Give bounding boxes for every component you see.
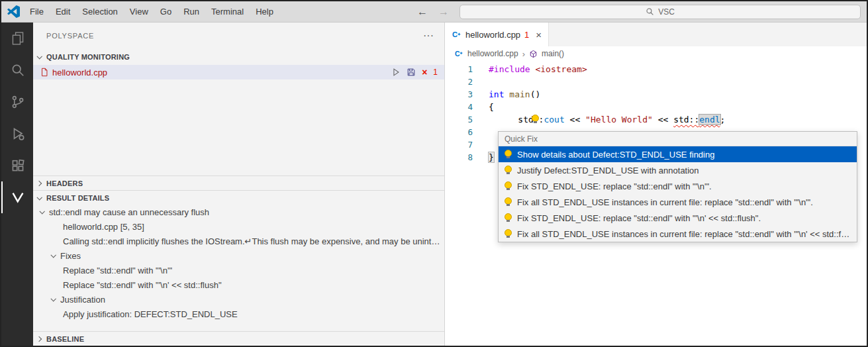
section-label: BASELINE bbox=[46, 335, 84, 343]
menu-terminal[interactable]: Terminal bbox=[205, 7, 250, 17]
cpp-file-icon: C bbox=[454, 49, 463, 58]
cpp-file-icon: C bbox=[452, 30, 461, 40]
quickfix-label: Fix STD_ENDL_USE: replace "std::endl" wi… bbox=[517, 181, 712, 191]
close-icon[interactable]: × bbox=[536, 29, 542, 40]
code-line-5[interactable]: 5 std::cout << "Hello World" << std::end… bbox=[445, 113, 867, 126]
menu-view[interactable]: View bbox=[124, 7, 154, 17]
chevron-down-icon bbox=[39, 209, 44, 214]
section-quality-monitoring[interactable]: QUALITY MONITORING bbox=[33, 49, 444, 65]
chevron-down-icon bbox=[50, 252, 56, 258]
menu-go[interactable]: Go bbox=[154, 7, 177, 17]
source-control-icon[interactable] bbox=[1, 86, 33, 118]
quickfix-label: Fix all STD_ENDL_USE instances in curren… bbox=[517, 197, 813, 207]
quickfix-label: Justify Defect:STD_ENDL_USE with annotat… bbox=[517, 166, 699, 175]
run-analysis-icon[interactable] bbox=[391, 68, 401, 77]
breadcrumb-symbol[interactable]: main() bbox=[542, 49, 564, 58]
close-icon[interactable]: × bbox=[422, 68, 427, 77]
code-line-1[interactable]: 1#include <iostream> bbox=[445, 63, 867, 75]
editor-body[interactable]: 1#include <iostream>23int main()4{5 std:… bbox=[445, 61, 867, 346]
tree-label: Replace "std::endl" with "'\n' << std::f… bbox=[63, 280, 222, 290]
quickfix-label: Show details about Defect:STD_ENDL_USE f… bbox=[517, 150, 714, 160]
quickfix-item-3[interactable]: Fix STD_ENDL_USE: replace "std::endl" wi… bbox=[499, 178, 857, 194]
extensions-icon[interactable] bbox=[1, 150, 33, 181]
tree-label: Apply justification: DEFECT:STD_ENDL_USE bbox=[63, 309, 238, 319]
tab-helloworld-cpp[interactable]: C helloworld.cpp 1 × bbox=[445, 23, 549, 46]
line-number: 5 bbox=[445, 113, 473, 126]
chevron-right-icon: › bbox=[522, 49, 525, 59]
vscode-logo-icon bbox=[7, 5, 20, 18]
chevron-down-icon bbox=[36, 54, 42, 59]
tree-row[interactable]: Replace "std::endl" with "'\n'" bbox=[33, 263, 444, 277]
file-icon bbox=[40, 68, 49, 77]
run-debug-icon[interactable] bbox=[1, 118, 33, 150]
lightbulb-icon bbox=[504, 181, 512, 191]
tree-row[interactable]: Fixes bbox=[33, 248, 444, 263]
tree-label: Fixes bbox=[60, 251, 81, 261]
breadcrumb-file[interactable]: helloworld.cpp bbox=[467, 49, 518, 58]
section-baseline[interactable]: BASELINE bbox=[33, 331, 444, 346]
quickfix-item-5[interactable]: Fix STD_ENDL_USE: replace "std::endl" wi… bbox=[499, 210, 857, 226]
code-line-2[interactable]: 2 bbox=[445, 75, 867, 88]
menu-edit[interactable]: Edit bbox=[50, 7, 76, 17]
sidebar-title-row: POLYSPACE ··· bbox=[33, 23, 444, 49]
quality-file-row[interactable]: helloworld.cpp × 1 bbox=[33, 65, 444, 79]
search-text: VSC bbox=[658, 7, 675, 17]
save-icon[interactable] bbox=[407, 68, 416, 77]
tree-row[interactable]: Replace "std::endl" with "'\n' << std::f… bbox=[33, 277, 444, 292]
menubar: FileEditSelectionViewGoRunTerminalHelp bbox=[24, 1, 279, 22]
lightbulb-icon bbox=[504, 213, 512, 223]
line-number: 4 bbox=[445, 101, 473, 113]
line-number: 2 bbox=[445, 75, 473, 88]
quickfix-label: Fix all STD_ENDL_USE instances in curren… bbox=[517, 229, 851, 239]
tree-row[interactable]: std::endl may cause an unnecessary flush bbox=[33, 205, 444, 219]
code-line-4[interactable]: 4{ bbox=[445, 101, 867, 113]
line-number: 8 bbox=[445, 151, 473, 164]
section-label: HEADERS bbox=[46, 179, 83, 187]
explorer-icon[interactable] bbox=[1, 23, 33, 54]
result-details-tree: std::endl may cause an unnecessary flush… bbox=[33, 205, 444, 321]
tree-label: helloworld.cpp [5, 35] bbox=[63, 222, 144, 232]
vscode-window: FileEditSelectionViewGoRunTerminalHelp ←… bbox=[0, 0, 868, 347]
chevron-right-icon bbox=[36, 336, 42, 341]
code-text: int main() bbox=[489, 89, 540, 99]
chevron-right-icon bbox=[36, 180, 42, 185]
command-center-search[interactable]: VSC bbox=[459, 5, 861, 19]
section-headers[interactable]: HEADERS bbox=[33, 175, 444, 190]
file-actions: × 1 bbox=[391, 68, 438, 77]
lightbulb-icon[interactable] bbox=[531, 115, 540, 124]
method-symbol-icon bbox=[529, 50, 538, 58]
quickfix-item-4[interactable]: Fix all STD_ENDL_USE instances in curren… bbox=[499, 194, 857, 210]
search-icon bbox=[646, 7, 654, 16]
nav-back-icon[interactable]: ← bbox=[412, 6, 433, 18]
quickfix-item-2[interactable]: Justify Defect:STD_ENDL_USE with annotat… bbox=[499, 162, 857, 178]
code-text: #include <iostream> bbox=[489, 64, 587, 74]
svg-text:C: C bbox=[452, 30, 458, 38]
section-label: QUALITY MONITORING bbox=[46, 53, 130, 61]
titlebar: FileEditSelectionViewGoRunTerminalHelp ←… bbox=[1, 1, 867, 23]
tree-row[interactable]: Apply justification: DEFECT:STD_ENDL_USE bbox=[33, 307, 444, 321]
sidebar-polyspace: POLYSPACE ··· QUALITY MONITORING hellowo… bbox=[33, 23, 445, 346]
more-actions-icon[interactable]: ··· bbox=[423, 32, 434, 39]
sidebar-title: POLYSPACE bbox=[46, 32, 94, 40]
code-line-3[interactable]: 3int main() bbox=[445, 88, 867, 101]
menu-selection[interactable]: Selection bbox=[76, 7, 123, 17]
tab-problem-badge: 1 bbox=[524, 30, 529, 40]
quickfix-item-1[interactable]: Show details about Defect:STD_ENDL_USE f… bbox=[499, 146, 857, 162]
menu-run[interactable]: Run bbox=[177, 7, 205, 17]
tree-row[interactable]: helloworld.cpp [5, 35] bbox=[33, 219, 444, 234]
tab-bar: C helloworld.cpp 1 × bbox=[445, 23, 867, 46]
section-result-details[interactable]: RESULT DETAILS bbox=[33, 190, 444, 205]
menu-file[interactable]: File bbox=[24, 7, 50, 17]
search-icon[interactable] bbox=[1, 54, 33, 86]
quickfix-menu: Quick Fix Show details about Defect:STD_… bbox=[498, 131, 857, 242]
line-number: 6 bbox=[445, 126, 473, 138]
breadcrumb: C helloworld.cpp › main() bbox=[445, 46, 867, 61]
menu-help[interactable]: Help bbox=[250, 7, 279, 17]
nav-forward-icon[interactable]: → bbox=[433, 6, 454, 18]
quickfix-label: Fix STD_ENDL_USE: replace "std::endl" wi… bbox=[517, 213, 761, 223]
quickfix-item-6[interactable]: Fix all STD_ENDL_USE instances in curren… bbox=[499, 226, 857, 242]
lightbulb-icon bbox=[504, 150, 512, 159]
polyspace-icon[interactable] bbox=[1, 181, 33, 213]
tree-row[interactable]: Calling std::endl implicitly flushes the… bbox=[33, 234, 444, 248]
tree-row[interactable]: Justification bbox=[33, 292, 444, 307]
